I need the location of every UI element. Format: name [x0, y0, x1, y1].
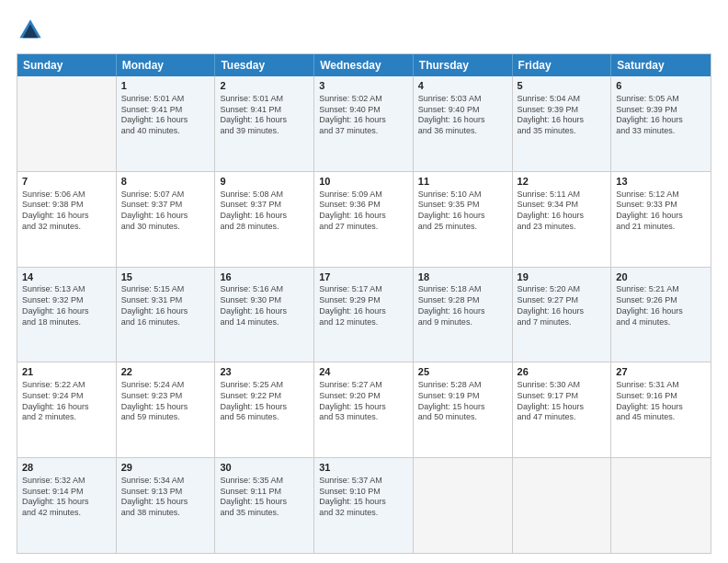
calendar-cell: 27Sunrise: 5:31 AM Sunset: 9:16 PM Dayli…	[611, 362, 711, 457]
calendar-cell: 20Sunrise: 5:21 AM Sunset: 9:26 PM Dayli…	[611, 268, 711, 362]
day-info: Sunrise: 5:05 AM Sunset: 9:39 PM Dayligh…	[616, 94, 706, 137]
calendar-day-header: Monday	[117, 54, 216, 76]
calendar-day-header: Tuesday	[215, 54, 314, 76]
calendar-cell: 13Sunrise: 5:12 AM Sunset: 9:33 PM Dayli…	[611, 172, 711, 267]
day-number: 31	[319, 461, 408, 475]
calendar-cell: 24Sunrise: 5:27 AM Sunset: 9:20 PM Dayli…	[314, 362, 414, 457]
day-number: 24	[319, 365, 408, 379]
day-info: Sunrise: 5:15 AM Sunset: 9:31 PM Dayligh…	[121, 284, 210, 327]
day-info: Sunrise: 5:30 AM Sunset: 9:17 PM Dayligh…	[518, 380, 607, 423]
day-number: 30	[220, 461, 309, 475]
day-info: Sunrise: 5:08 AM Sunset: 9:37 PM Dayligh…	[220, 190, 309, 233]
day-number: 19	[518, 270, 607, 284]
day-info: Sunrise: 5:25 AM Sunset: 9:22 PM Dayligh…	[220, 380, 309, 423]
calendar-cell: 29Sunrise: 5:34 AM Sunset: 9:13 PM Dayli…	[117, 458, 216, 553]
calendar-cell	[414, 458, 513, 553]
calendar-row: 28Sunrise: 5:32 AM Sunset: 9:14 PM Dayli…	[17, 457, 711, 553]
day-info: Sunrise: 5:27 AM Sunset: 9:20 PM Dayligh…	[319, 380, 408, 423]
day-info: Sunrise: 5:20 AM Sunset: 9:27 PM Dayligh…	[518, 284, 607, 327]
calendar-header: SundayMondayTuesdayWednesdayThursdayFrid…	[17, 54, 711, 76]
calendar-day-header: Wednesday	[314, 54, 414, 76]
calendar-cell: 17Sunrise: 5:17 AM Sunset: 9:29 PM Dayli…	[314, 268, 414, 362]
day-number: 8	[121, 175, 210, 189]
calendar-cell	[611, 458, 711, 553]
day-number: 17	[319, 270, 408, 284]
calendar-row: 14Sunrise: 5:13 AM Sunset: 9:32 PM Dayli…	[17, 267, 711, 362]
day-number: 12	[518, 175, 607, 189]
calendar-cell: 21Sunrise: 5:22 AM Sunset: 9:24 PM Dayli…	[17, 362, 117, 457]
day-info: Sunrise: 5:24 AM Sunset: 9:23 PM Dayligh…	[121, 380, 210, 423]
day-number: 29	[121, 461, 210, 475]
day-info: Sunrise: 5:31 AM Sunset: 9:16 PM Dayligh…	[616, 380, 706, 423]
day-info: Sunrise: 5:22 AM Sunset: 9:24 PM Dayligh…	[22, 380, 111, 423]
day-number: 26	[518, 365, 607, 379]
calendar-day-header: Thursday	[414, 54, 513, 76]
calendar-day-header: Friday	[513, 54, 612, 76]
day-info: Sunrise: 5:34 AM Sunset: 9:13 PM Dayligh…	[121, 476, 210, 519]
day-info: Sunrise: 5:28 AM Sunset: 9:19 PM Dayligh…	[418, 380, 507, 423]
day-number: 15	[121, 270, 210, 284]
day-info: Sunrise: 5:02 AM Sunset: 9:40 PM Dayligh…	[319, 94, 408, 137]
day-number: 6	[616, 79, 706, 93]
calendar-cell: 8Sunrise: 5:07 AM Sunset: 9:37 PM Daylig…	[117, 172, 216, 267]
day-number: 13	[616, 175, 706, 189]
calendar-cell: 14Sunrise: 5:13 AM Sunset: 9:32 PM Dayli…	[17, 268, 117, 362]
calendar-cell: 4Sunrise: 5:03 AM Sunset: 9:40 PM Daylig…	[414, 76, 513, 171]
calendar-cell: 9Sunrise: 5:08 AM Sunset: 9:37 PM Daylig…	[215, 172, 314, 267]
day-info: Sunrise: 5:09 AM Sunset: 9:36 PM Dayligh…	[319, 190, 408, 233]
calendar-cell: 7Sunrise: 5:06 AM Sunset: 9:38 PM Daylig…	[17, 172, 117, 267]
day-info: Sunrise: 5:32 AM Sunset: 9:14 PM Dayligh…	[22, 476, 111, 519]
header	[17, 17, 711, 44]
day-number: 11	[418, 175, 507, 189]
day-info: Sunrise: 5:35 AM Sunset: 9:11 PM Dayligh…	[220, 476, 309, 519]
calendar-cell: 3Sunrise: 5:02 AM Sunset: 9:40 PM Daylig…	[314, 76, 414, 171]
day-number: 4	[418, 79, 507, 93]
calendar-cell: 18Sunrise: 5:18 AM Sunset: 9:28 PM Dayli…	[414, 268, 513, 362]
day-info: Sunrise: 5:13 AM Sunset: 9:32 PM Dayligh…	[22, 284, 111, 327]
page: SundayMondayTuesdayWednesdayThursdayFrid…	[0, 0, 728, 563]
day-info: Sunrise: 5:37 AM Sunset: 9:10 PM Dayligh…	[319, 476, 408, 519]
day-info: Sunrise: 5:11 AM Sunset: 9:34 PM Dayligh…	[518, 190, 607, 233]
calendar-cell: 15Sunrise: 5:15 AM Sunset: 9:31 PM Dayli…	[117, 268, 216, 362]
day-number: 20	[616, 270, 706, 284]
day-number: 5	[518, 79, 607, 93]
day-number: 25	[418, 365, 507, 379]
day-number: 18	[418, 270, 507, 284]
logo-icon	[17, 17, 44, 44]
day-info: Sunrise: 5:18 AM Sunset: 9:28 PM Dayligh…	[418, 284, 507, 327]
day-info: Sunrise: 5:06 AM Sunset: 9:38 PM Dayligh…	[22, 190, 111, 233]
day-number: 1	[121, 79, 210, 93]
day-number: 10	[319, 175, 408, 189]
calendar-day-header: Sunday	[17, 54, 117, 76]
calendar-cell: 30Sunrise: 5:35 AM Sunset: 9:11 PM Dayli…	[215, 458, 314, 553]
day-number: 28	[22, 461, 111, 475]
calendar-day-header: Saturday	[611, 54, 711, 76]
day-number: 22	[121, 365, 210, 379]
calendar-cell: 10Sunrise: 5:09 AM Sunset: 9:36 PM Dayli…	[314, 172, 414, 267]
day-number: 14	[22, 270, 111, 284]
day-number: 2	[220, 79, 309, 93]
calendar-cell: 26Sunrise: 5:30 AM Sunset: 9:17 PM Dayli…	[513, 362, 612, 457]
calendar-row: 21Sunrise: 5:22 AM Sunset: 9:24 PM Dayli…	[17, 362, 711, 457]
day-info: Sunrise: 5:21 AM Sunset: 9:26 PM Dayligh…	[616, 284, 706, 327]
calendar-cell	[17, 76, 117, 171]
logo	[17, 17, 48, 44]
calendar-cell: 22Sunrise: 5:24 AM Sunset: 9:23 PM Dayli…	[117, 362, 216, 457]
calendar-cell: 31Sunrise: 5:37 AM Sunset: 9:10 PM Dayli…	[314, 458, 414, 553]
calendar-row: 7Sunrise: 5:06 AM Sunset: 9:38 PM Daylig…	[17, 171, 711, 267]
calendar-cell: 6Sunrise: 5:05 AM Sunset: 9:39 PM Daylig…	[611, 76, 711, 171]
day-number: 7	[22, 175, 111, 189]
day-info: Sunrise: 5:03 AM Sunset: 9:40 PM Dayligh…	[418, 94, 507, 137]
calendar-cell: 23Sunrise: 5:25 AM Sunset: 9:22 PM Dayli…	[215, 362, 314, 457]
calendar-cell: 12Sunrise: 5:11 AM Sunset: 9:34 PM Dayli…	[513, 172, 612, 267]
calendar-cell: 25Sunrise: 5:28 AM Sunset: 9:19 PM Dayli…	[414, 362, 513, 457]
calendar-body: 1Sunrise: 5:01 AM Sunset: 9:41 PM Daylig…	[17, 76, 711, 553]
day-number: 21	[22, 365, 111, 379]
day-number: 9	[220, 175, 309, 189]
calendar-cell: 1Sunrise: 5:01 AM Sunset: 9:41 PM Daylig…	[117, 76, 216, 171]
day-number: 16	[220, 270, 309, 284]
day-info: Sunrise: 5:01 AM Sunset: 9:41 PM Dayligh…	[220, 94, 309, 137]
day-info: Sunrise: 5:17 AM Sunset: 9:29 PM Dayligh…	[319, 284, 408, 327]
day-number: 27	[616, 365, 706, 379]
day-info: Sunrise: 5:01 AM Sunset: 9:41 PM Dayligh…	[121, 94, 210, 137]
